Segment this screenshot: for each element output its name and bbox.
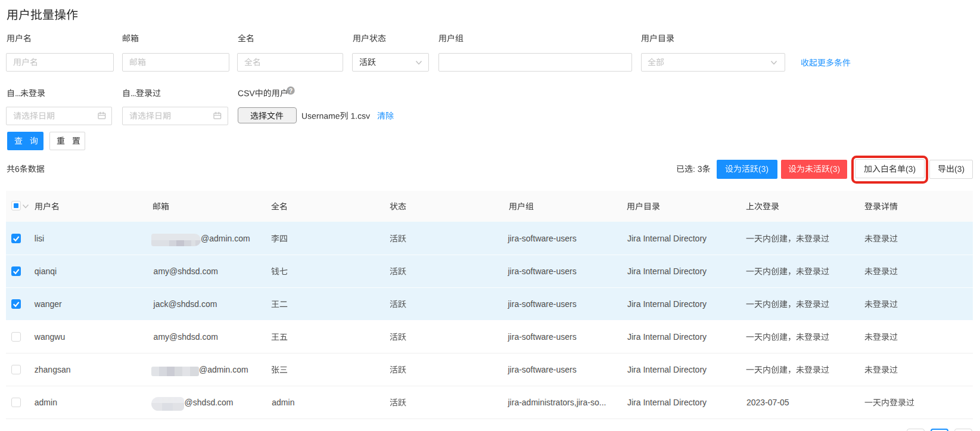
svg-text:?: ? bbox=[289, 87, 293, 94]
